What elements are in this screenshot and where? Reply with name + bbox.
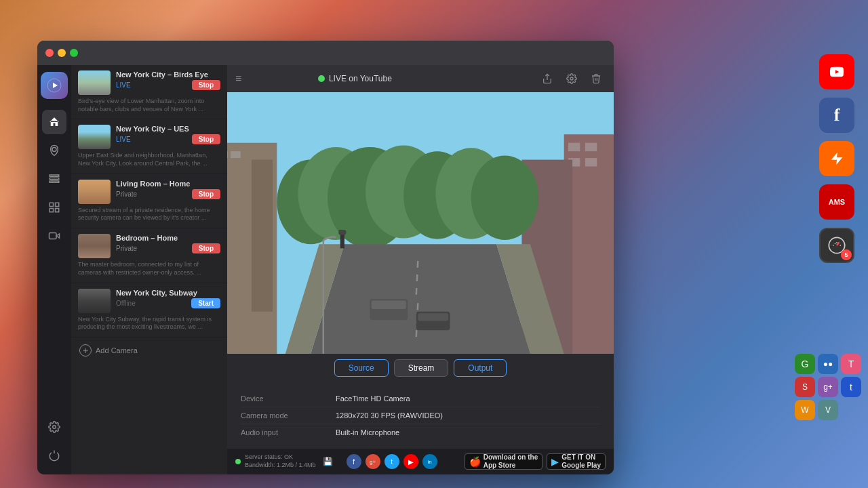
camera-status: LIVE [116,81,131,89]
mini-icon-8[interactable]: V [818,400,838,420]
google-play-line1: GET IT ON [561,453,601,462]
store-badges: 🍎 Download on the App Store ▶ GET IT ON … [465,453,606,470]
speed-badge: 5 [841,249,852,260]
camera-item[interactable]: Living Room – Home Private Stop Secured … [71,174,227,228]
camera-mode-value: 868x488 30 FPS (RAWVIDEO) [336,411,443,420]
svg-rect-4 [50,178,59,180]
youtube-app-icon[interactable] [819,54,854,89]
camera-description: Bird's-eye view of Lower Manhattan, zoom… [78,98,220,113]
delete-button[interactable] [587,69,606,88]
video-preview [227,92,614,354]
sidebar-item-map[interactable] [42,138,66,163]
close-button[interactable] [45,49,54,57]
camera-name: Bedroom – Home [116,234,220,242]
google-play-text: GET IT ON Google Play [561,453,601,470]
sidebar-item-settings[interactable] [42,415,66,439]
camera-name: Living Room – Home [116,180,220,188]
social-twitter-icon[interactable]: t [384,454,399,469]
svg-rect-45 [338,230,346,235]
tab-source[interactable]: Source [334,359,389,377]
camera-info: Bedroom – Home Private Stop [116,234,220,253]
facebook-app-icon[interactable]: f [819,98,854,133]
svg-rect-6 [50,203,53,206]
device-row: Device FaceTime HD Camera [241,390,600,407]
add-icon: + [79,344,92,357]
mini-icon-1[interactable]: G [795,354,815,374]
sidebar-item-power[interactable] [42,443,66,468]
camera-info: New York City, Subway Offline Start [116,289,220,308]
maximize-button[interactable] [70,49,78,57]
flash-app-icon[interactable] [819,141,854,176]
google-play-badge[interactable]: ▶ GET IT ON Google Play [547,453,606,470]
camera-item[interactable]: New York City, Subway Offline Start New … [71,283,227,338]
stop-button[interactable]: Stop [192,243,220,253]
app-window: New York City – Birds Eye LIVE Stop Bird… [37,41,614,474]
camera-description: Upper East Side and neighborhood, Manhat… [78,152,220,167]
camera-description: The master bedroom, connected to my list… [78,261,220,277]
social-youtube-icon[interactable]: ▶ [403,454,418,469]
speed-app-icon[interactable]: 5 [819,228,854,263]
svg-rect-21 [252,160,273,312]
device-value: FaceTime HD Camera [336,394,410,403]
sidebar-item-list[interactable] [42,167,66,191]
svg-rect-18 [227,151,228,158]
stop-button[interactable]: Stop [192,134,220,144]
sidebar-icons [37,65,71,474]
menu-icon[interactable]: ≡ [235,73,241,85]
settings-button[interactable] [562,69,581,88]
bandwidth-text: Bandwidth: 1.2Mb / 1.4Mb [245,462,316,470]
google-play-line2: Google Play [561,462,601,470]
add-camera-label: Add Camera [96,346,138,354]
audio-input-label: Audio input [241,428,336,436]
main-content: New York City – Birds Eye LIVE Stop Bird… [37,65,614,474]
camera-item[interactable]: Bedroom – Home Private Stop The master b… [71,228,227,283]
sidebar-item-home[interactable] [42,110,66,134]
mini-icon-4[interactable]: S [795,377,815,397]
svg-rect-8 [50,209,53,212]
camera-item[interactable]: New York City – Birds Eye LIVE Stop Bird… [71,65,227,119]
minimize-button[interactable] [58,49,66,57]
status-dot [235,459,241,464]
app-store-line1: Download on the [484,453,538,462]
mini-icon-5[interactable]: g+ [818,377,838,397]
ams-app-icon[interactable]: AMS [819,184,854,220]
mini-icon-3[interactable]: T [841,354,861,374]
camera-info: New York City – Birds Eye LIVE Stop [116,70,220,90]
add-camera-button[interactable]: + Add Camera [71,338,227,363]
mini-icon-2[interactable]: ●● [818,354,838,374]
svg-marker-48 [831,152,843,165]
play-icon: ▶ [551,456,559,467]
camera-item[interactable]: New York City – UES LIVE Stop Upper East… [71,119,227,174]
list-icon [48,173,60,185]
camera-list: New York City – Birds Eye LIVE Stop Bird… [71,65,227,474]
social-google-icon[interactable]: g+ [366,454,380,469]
stop-button[interactable]: Stop [192,189,220,199]
mini-icon-7[interactable]: W [795,400,815,420]
share-button[interactable] [538,69,557,88]
start-button[interactable]: Start [191,298,220,308]
social-linkedin-icon[interactable]: in [422,454,437,469]
yt-play-icon [829,64,844,79]
audio-input-row: Audio input Built-in Microphone [241,424,600,441]
top-bar: ≡ LIVE on YouTube [227,65,614,92]
server-status-text: Server status: OK [245,453,316,462]
tab-stream[interactable]: Stream [394,359,449,377]
app-store-badge[interactable]: 🍎 Download on the App Store [465,453,543,470]
social-facebook-icon[interactable]: f [347,454,361,469]
tab-output[interactable]: Output [454,359,507,377]
camera-info: New York City – UES LIVE Stop [116,125,220,144]
logo-icon [46,77,62,94]
svg-rect-43 [418,313,448,321]
svg-rect-3 [50,175,59,176]
stop-button[interactable]: Stop [192,80,220,90]
live-indicator: LIVE on YouTube [318,74,392,83]
sidebar-item-grid[interactable] [42,195,66,220]
right-panel: ≡ LIVE on YouTube [227,65,614,474]
sidebar-item-video[interactable] [42,224,66,248]
trash-icon [591,73,601,84]
mini-icon-6[interactable]: t [841,377,861,397]
camera-thumbnail [78,125,111,149]
camera-status: Private [116,245,137,252]
live-dot [318,75,325,82]
svg-point-2 [52,148,56,152]
